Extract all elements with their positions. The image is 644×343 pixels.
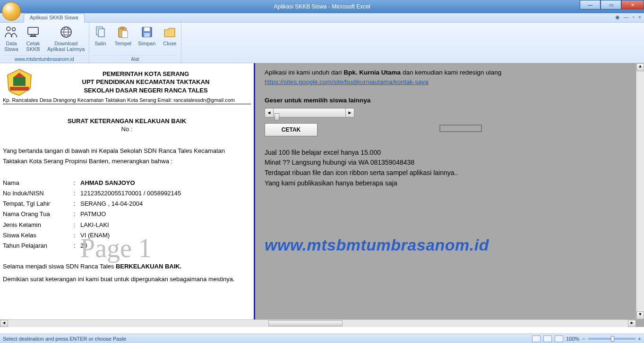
download-button[interactable]: Download Aplikasi Lainnya bbox=[47, 25, 85, 55]
field-tp-label: Tahun Pelajaran bbox=[3, 241, 74, 251]
view-layout-button[interactable] bbox=[543, 335, 552, 342]
field-kelas-label: Siswa Kelas bbox=[3, 230, 74, 241]
city-logo bbox=[3, 68, 36, 96]
cetak-button[interactable]: CETAK bbox=[265, 123, 318, 136]
view-pagebreak-button[interactable] bbox=[555, 335, 563, 342]
hscroll-track[interactable] bbox=[8, 320, 628, 327]
hscroll-left-icon[interactable]: ◄ bbox=[0, 320, 8, 327]
field-nisn-value: 121235220055170001 / 0058992145 bbox=[80, 188, 251, 199]
svg-point-1 bbox=[12, 28, 16, 31]
svg-rect-4 bbox=[30, 36, 36, 37]
scroll-down-icon[interactable]: ▼ bbox=[636, 311, 644, 319]
ribbon-group-alat: Salin Tempel Simpan Close Alat bbox=[89, 23, 182, 63]
tempel-label: Tempel bbox=[115, 41, 131, 46]
credit-text: Aplikasi ini kami unduh dari Bpk. Kurnia… bbox=[265, 68, 635, 87]
minimize-button[interactable]: — bbox=[580, 0, 601, 9]
paste-icon bbox=[115, 25, 130, 40]
doc-number: No : bbox=[3, 125, 251, 133]
scroll-right-icon[interactable]: ► bbox=[345, 109, 354, 117]
salin-button[interactable]: Salin bbox=[93, 25, 108, 55]
vertical-scrollbar[interactable]: ▲ ▼ bbox=[636, 63, 644, 319]
window-titlebar: Aplikasi SKKB Siswa - Microsoft Excel — … bbox=[0, 0, 644, 13]
download-label: Download Aplikasi Lainnya bbox=[47, 41, 85, 52]
svg-rect-18 bbox=[13, 77, 26, 86]
maximize-button[interactable]: ▭ bbox=[601, 0, 621, 9]
hscroll-thumb[interactable] bbox=[268, 320, 343, 326]
tempel-button[interactable]: Tempel bbox=[115, 25, 131, 55]
cetak-skkb-label: Cetak SKKB bbox=[26, 41, 40, 52]
student-fields: Nama:AHMAD SANJOYO No Induk/NISN:1212352… bbox=[3, 178, 251, 251]
zoom-thumb[interactable] bbox=[611, 336, 614, 342]
document-preview: PEMERINTAH KOTA SERANG UPT PENDIDIKAN KE… bbox=[0, 63, 255, 327]
field-nama-label: Nama bbox=[3, 178, 74, 188]
data-siswa-button[interactable]: Data Siswa bbox=[4, 25, 19, 55]
svg-rect-13 bbox=[120, 27, 124, 29]
doc-closing: Demikian surat keterangan ini kami buat … bbox=[3, 276, 251, 283]
field-jk-value: LAKI-LAKI bbox=[80, 220, 251, 230]
zoom-in-icon[interactable]: + bbox=[638, 336, 641, 342]
help-icon[interactable]: ◉ bbox=[615, 14, 620, 20]
field-ttl-label: Tempat, Tgl Lahir bbox=[3, 199, 74, 209]
monitor-icon bbox=[26, 25, 41, 40]
copy-icon bbox=[93, 25, 108, 40]
doc-intro: Yang bertanda tangan di bawah ini Kepala… bbox=[3, 146, 251, 167]
control-panel: Aplikasi ini kami unduh dari Bpk. Kurnia… bbox=[255, 63, 644, 327]
ribbon-tab-row: Aplikasi SKKB Siswa ◉ — ▫ × bbox=[0, 13, 644, 23]
restore-doc-icon[interactable]: ▫ bbox=[633, 14, 635, 20]
tab-aplikasi-skkb[interactable]: Aplikasi SKKB Siswa bbox=[24, 13, 85, 23]
zoom-value: 100% bbox=[566, 336, 579, 342]
save-icon bbox=[139, 25, 155, 40]
window-title: Aplikasi SKKB Siswa - Microsoft Excel bbox=[274, 3, 370, 10]
field-tp-value: 20 bbox=[80, 241, 251, 251]
letterhead-line1: PEMERINTAH KOTA SERANG bbox=[41, 70, 251, 78]
close-button[interactable]: ✕ bbox=[621, 0, 644, 9]
letterhead-line2: UPT PENDIDIKAN KECAMATAN TAKTAKAN bbox=[41, 78, 251, 86]
minimize-ribbon-icon[interactable]: — bbox=[624, 14, 629, 20]
field-kelas-value: VI (ENAM) bbox=[80, 230, 251, 241]
group-website-link[interactable]: www.mtsbmtumbrasanom.id bbox=[15, 57, 74, 62]
svg-rect-3 bbox=[31, 34, 35, 36]
zoom-out-icon[interactable]: − bbox=[582, 336, 585, 342]
globe-icon bbox=[59, 25, 74, 40]
ribbon-group-website: Data Siswa Cetak SKKB Download Aplikasi … bbox=[0, 23, 89, 63]
zoom-slider[interactable] bbox=[588, 338, 635, 340]
svg-rect-17 bbox=[144, 33, 150, 37]
letterhead-line3: SEKOLAH DASAR NEGERI RANCA TALES bbox=[41, 86, 251, 95]
letterhead: PEMERINTAH KOTA SERANG UPT PENDIDIKAN KE… bbox=[41, 70, 251, 95]
simpan-button[interactable]: Simpan bbox=[138, 25, 155, 55]
svg-rect-16 bbox=[144, 27, 150, 31]
close-tool-label: Close bbox=[163, 41, 176, 46]
field-ortu-label: Nama Orang Tua bbox=[3, 209, 74, 219]
worksheet-area: PEMERINTAH KOTA SERANG UPT PENDIDIKAN KE… bbox=[0, 63, 644, 327]
folder-icon bbox=[162, 25, 177, 40]
office-button[interactable] bbox=[2, 2, 21, 21]
source-link[interactable]: https://sites.google.com/site/budikurnia… bbox=[265, 78, 429, 85]
data-siswa-label: Data Siswa bbox=[4, 41, 18, 52]
scroll-thumb[interactable] bbox=[275, 113, 279, 120]
scroller-heading: Geser untuk memilih siswa lainnya bbox=[265, 96, 635, 105]
doc-subtitle: SURAT KETERANGAN KELAKUAN BAIK bbox=[3, 117, 251, 125]
view-normal-button[interactable] bbox=[532, 335, 541, 342]
field-nama-value: AHMAD SANJOYO bbox=[80, 178, 251, 188]
scroll-left-icon[interactable]: ◄ bbox=[265, 109, 274, 117]
scroll-up-icon[interactable]: ▲ bbox=[636, 63, 644, 71]
simpan-label: Simpan bbox=[138, 41, 155, 46]
svg-rect-11 bbox=[98, 29, 104, 37]
close-doc-icon[interactable]: × bbox=[638, 14, 641, 20]
close-tool-button[interactable]: Close bbox=[162, 25, 177, 55]
field-nisn-label: No Induk/NISN bbox=[3, 188, 74, 199]
horizontal-scrollbar[interactable]: ◄ ► bbox=[0, 319, 636, 327]
svg-rect-14 bbox=[122, 31, 128, 38]
promo-block: Jual 100 file belajar excel hanya 15.000… bbox=[265, 148, 635, 189]
student-scroller[interactable]: ◄ ► bbox=[265, 108, 354, 117]
status-bar: Select destination and press ENTER or ch… bbox=[0, 334, 644, 343]
salin-label: Salin bbox=[94, 41, 106, 46]
group-alat-label: Alat bbox=[93, 55, 178, 63]
watermark-url: www.mtsbmtumbrasanom.id bbox=[265, 236, 635, 254]
people-icon bbox=[4, 25, 19, 40]
svg-rect-20 bbox=[10, 87, 29, 91]
doc-behaviour: Selama menjadi siswa SDN Ranca Tales BER… bbox=[3, 261, 251, 272]
field-ortu-value: PATMIJO bbox=[80, 209, 251, 219]
cetak-skkb-button[interactable]: Cetak SKKB bbox=[26, 25, 41, 55]
hscroll-right-icon[interactable]: ► bbox=[628, 320, 636, 327]
